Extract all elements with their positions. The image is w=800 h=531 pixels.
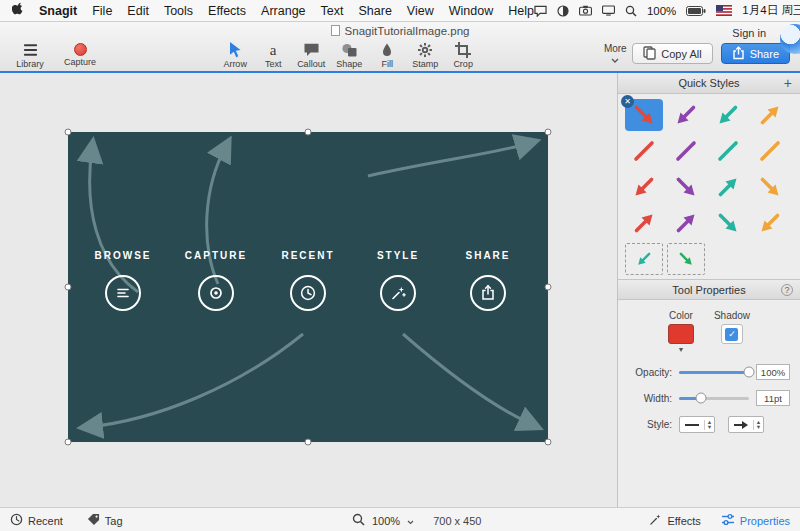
tool-fill[interactable]: Fill bbox=[368, 39, 406, 69]
us-flag-icon[interactable] bbox=[716, 5, 732, 16]
quick-style-4[interactable] bbox=[751, 99, 789, 131]
shadow-control[interactable]: Shadow ✓ bbox=[714, 310, 750, 352]
menu-window[interactable]: Window bbox=[449, 4, 493, 18]
snagit-window: SnagitFileEditToolsEffectsArrangeTextSha… bbox=[0, 0, 800, 531]
stepper-icon[interactable]: ▲▼ bbox=[753, 420, 763, 430]
quick-style-15[interactable] bbox=[709, 207, 747, 239]
share-button[interactable]: Share bbox=[721, 43, 790, 64]
menu-share[interactable]: Share bbox=[359, 4, 392, 18]
shadow-checkbox[interactable]: ✓ bbox=[721, 324, 743, 344]
canvas-image[interactable]: BROWSECAPTURERECENTSTYLESHARE bbox=[68, 132, 548, 442]
width-slider[interactable] bbox=[679, 397, 749, 400]
quick-style-8[interactable] bbox=[751, 135, 789, 167]
deselect-style-badge[interactable]: ✕ bbox=[621, 95, 634, 108]
help-button[interactable]: ? bbox=[781, 284, 793, 296]
tool-shape[interactable]: Shape bbox=[330, 39, 368, 69]
quick-styles-grid: ✕ bbox=[618, 94, 800, 279]
color-swatch[interactable] bbox=[668, 324, 694, 344]
more-tools-button[interactable]: More bbox=[598, 39, 632, 65]
spotlight-icon[interactable] bbox=[625, 5, 637, 17]
apple-menu-icon[interactable] bbox=[12, 2, 24, 19]
library-icon bbox=[22, 41, 39, 58]
color-control[interactable]: Color ▼ bbox=[668, 310, 694, 352]
opacity-value[interactable]: 100% bbox=[756, 364, 790, 380]
menu-arrange[interactable]: Arrange bbox=[261, 4, 305, 18]
tool-arrow[interactable]: Arrow bbox=[216, 39, 254, 69]
battery-icon bbox=[686, 6, 706, 16]
resize-handle-n[interactable] bbox=[305, 129, 312, 136]
add-style-button[interactable]: + bbox=[784, 75, 792, 91]
solid-line-icon bbox=[680, 424, 704, 426]
canvas-label: BROWSE bbox=[81, 250, 165, 261]
tool-callout[interactable]: Callout bbox=[292, 39, 330, 69]
camera-icon[interactable] bbox=[579, 5, 592, 16]
canvas-area[interactable]: BROWSECAPTURERECENTSTYLESHARE bbox=[0, 73, 617, 507]
tag-button[interactable]: Tag bbox=[87, 513, 123, 528]
resize-handle-sw[interactable] bbox=[65, 439, 72, 446]
quick-style-5[interactable] bbox=[625, 135, 663, 167]
stepper-icon[interactable]: ▲▼ bbox=[704, 420, 714, 430]
tool-text[interactable]: aText bbox=[254, 39, 292, 69]
resize-handle-se[interactable] bbox=[545, 439, 552, 446]
line-style-select[interactable]: ▲▼ bbox=[679, 416, 715, 433]
record-icon bbox=[198, 275, 234, 311]
zoom-level[interactable]: 100% bbox=[372, 515, 400, 527]
recent-button[interactable]: Recent bbox=[10, 513, 63, 528]
tool-crop[interactable]: Crop bbox=[444, 39, 482, 69]
shape-icon bbox=[341, 41, 358, 58]
effects-button[interactable]: Effects bbox=[649, 513, 700, 528]
width-slider-knob[interactable] bbox=[696, 393, 707, 404]
menu-tools[interactable]: Tools bbox=[164, 4, 193, 18]
canvas-item-capture: CAPTURE bbox=[174, 250, 258, 311]
chat-icon[interactable] bbox=[534, 5, 547, 17]
tool-properties-header: Tool Properties ? bbox=[618, 279, 800, 300]
contrast-icon[interactable] bbox=[557, 5, 569, 17]
resize-handle-s[interactable] bbox=[305, 439, 312, 446]
quick-style-14[interactable] bbox=[667, 207, 705, 239]
menu-view[interactable]: View bbox=[407, 4, 434, 18]
display-icon[interactable] bbox=[602, 5, 615, 16]
arrow-style-select[interactable]: ▲▼ bbox=[728, 416, 764, 433]
opacity-slider[interactable] bbox=[679, 371, 749, 374]
opacity-slider-knob[interactable] bbox=[744, 367, 755, 378]
resize-handle-ne[interactable] bbox=[545, 129, 552, 136]
quick-style-10[interactable] bbox=[667, 171, 705, 203]
sign-in-link[interactable]: Sign in bbox=[732, 27, 766, 39]
canvas-item-share: SHARE bbox=[446, 250, 530, 311]
menu-help[interactable]: Help bbox=[508, 4, 534, 18]
quick-style-11[interactable] bbox=[709, 171, 747, 203]
copy-all-button[interactable]: Copy All bbox=[632, 43, 712, 64]
window-title: SnagitTutorialImage.png bbox=[345, 25, 470, 37]
quick-style-2[interactable] bbox=[667, 99, 705, 131]
titlebar[interactable]: SnagitTutorialImage.png bbox=[0, 22, 800, 39]
share-icon bbox=[732, 46, 745, 62]
quick-style-1[interactable]: ✕ bbox=[625, 99, 663, 131]
quick-style-7[interactable] bbox=[709, 135, 747, 167]
library-button[interactable]: Library bbox=[10, 39, 50, 69]
menu-text[interactable]: Text bbox=[321, 4, 344, 18]
quick-style-17[interactable] bbox=[625, 243, 663, 275]
menu-edit[interactable]: Edit bbox=[127, 4, 149, 18]
menu-effects[interactable]: Effects bbox=[208, 4, 246, 18]
resize-handle-w[interactable] bbox=[65, 284, 72, 291]
quick-style-13[interactable] bbox=[625, 207, 663, 239]
width-value[interactable]: 11pt bbox=[756, 390, 790, 406]
resize-handle-nw[interactable] bbox=[65, 129, 72, 136]
capture-button[interactable]: Capture bbox=[60, 39, 100, 69]
quick-style-18[interactable] bbox=[667, 243, 705, 275]
canvas-label: STYLE bbox=[356, 250, 440, 261]
quick-style-3[interactable] bbox=[709, 99, 747, 131]
quick-style-9[interactable] bbox=[625, 171, 663, 203]
menu-file[interactable]: File bbox=[92, 4, 112, 18]
quick-style-12[interactable] bbox=[751, 171, 789, 203]
menubar-clock[interactable]: 1月4日 周三 15:34 bbox=[742, 3, 800, 18]
tool-stamp[interactable]: Stamp bbox=[406, 39, 444, 69]
resize-handle-e[interactable] bbox=[545, 284, 552, 291]
zoom-icon bbox=[352, 513, 365, 528]
menu-snagit[interactable]: Snagit bbox=[39, 4, 77, 18]
canvas-label: RECENT bbox=[266, 250, 350, 261]
quick-style-6[interactable] bbox=[667, 135, 705, 167]
quick-style-16[interactable] bbox=[751, 207, 789, 239]
properties-button[interactable]: Properties bbox=[721, 513, 790, 528]
clock-icon bbox=[290, 275, 326, 311]
